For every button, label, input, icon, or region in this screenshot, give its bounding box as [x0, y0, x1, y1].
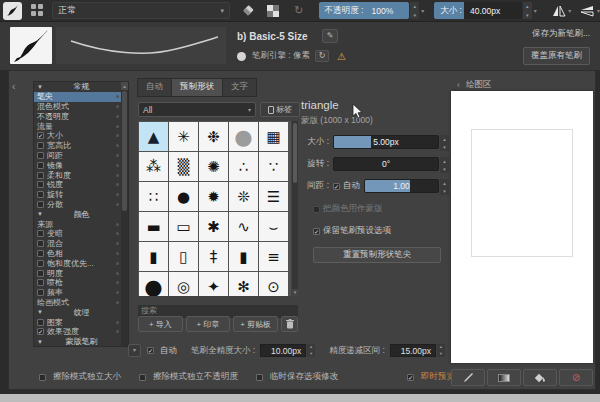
- brush-tip-cell-20[interactable]: ▮: [139, 242, 168, 271]
- brush-tip-cell-11[interactable]: ●: [169, 182, 198, 211]
- option-checkbox[interactable]: [37, 279, 44, 286]
- collapse-panel-button[interactable]: ‹: [12, 81, 15, 92]
- option-checkbox[interactable]: [37, 142, 44, 149]
- brush-tip-cell-22[interactable]: ‡: [199, 242, 228, 271]
- option-checkbox[interactable]: [37, 240, 44, 247]
- reload-preset-button[interactable]: ↻: [291, 3, 307, 19]
- footer-checkbox[interactable]: [139, 374, 146, 381]
- footer-checkbox[interactable]: [256, 374, 263, 381]
- brush-tip-cell-23[interactable]: ▮: [229, 242, 258, 271]
- tip-size-slider[interactable]: 5.00px: [333, 135, 439, 149]
- opacity-options-arrow[interactable]: ▾: [421, 7, 424, 14]
- instant-preview-option[interactable]: 即时预览: [407, 371, 455, 383]
- preserve-alpha-button[interactable]: [266, 3, 282, 19]
- brush-editor-toggle-button[interactable]: [3, 2, 22, 20]
- footer-checkbox[interactable]: [39, 374, 46, 381]
- brush-tip-cell-14[interactable]: ☰: [259, 182, 288, 211]
- brush-tip-cell-24[interactable]: ≡: [259, 242, 288, 271]
- brush-tip-cell-12[interactable]: ✹: [199, 182, 228, 211]
- tab-预制形状[interactable]: 预制形状: [171, 78, 222, 97]
- brush-tip-cell-27[interactable]: ✦: [199, 272, 228, 296]
- footer-option-临时保存选项修改[interactable]: 临时保存选项修改: [256, 371, 338, 383]
- reset-tip-button[interactable]: 重置预制形状笔尖: [313, 247, 441, 263]
- options-scrollbar[interactable]: ▴: [121, 82, 128, 346]
- precision-combo[interactable]: ▾: [128, 344, 141, 357]
- size-slider[interactable]: 大小 : 40.00px: [434, 2, 522, 19]
- grid-scrollbar[interactable]: ▾: [292, 121, 298, 296]
- brush-tip-cell-18[interactable]: ∿: [229, 212, 258, 241]
- brush-tip-cell-9[interactable]: ∵: [259, 152, 288, 181]
- spacing-auto-checkbox[interactable]: [333, 183, 340, 190]
- use-color-mask-checkbox[interactable]: [313, 206, 320, 213]
- blending-mode-dropdown[interactable]: 正常 ▾: [52, 2, 230, 19]
- tag-button[interactable]: 标签: [260, 102, 300, 117]
- fade-value[interactable]: 15.00px: [390, 344, 436, 357]
- brush-tip-cell-19[interactable]: ⌣: [259, 212, 288, 241]
- tip-button-剪贴板[interactable]: + 剪贴板: [233, 316, 278, 332]
- tag-filter-dropdown[interactable]: All ▾: [138, 102, 256, 117]
- option-checkbox[interactable]: [37, 132, 44, 139]
- brush-tip-cell-16[interactable]: ▭: [169, 212, 198, 241]
- brush-tip-cell-15[interactable]: ▬: [139, 212, 168, 241]
- mirror-horizontal-button[interactable]: [551, 3, 567, 19]
- precision-auto-checkbox[interactable]: [147, 347, 154, 354]
- scratchpad-fill-button[interactable]: [523, 369, 557, 386]
- brush-tip-cell-28[interactable]: ✻: [229, 272, 258, 296]
- scrollbar-thumb[interactable]: [122, 91, 127, 211]
- save-new-brush-button[interactable]: 保存为新笔刷...: [532, 28, 590, 40]
- scroll-up-icon[interactable]: ▴: [121, 82, 128, 90]
- eraser-mode-button[interactable]: [240, 3, 256, 19]
- brush-tip-cell-25[interactable]: ●: [139, 272, 168, 296]
- brush-tip-cell-6[interactable]: ▒: [169, 152, 198, 181]
- scratchpad-canvas[interactable]: [451, 91, 593, 363]
- option-section-蒙版笔刷[interactable]: ▼蒙版笔刷: [34, 337, 121, 347]
- option-checkbox[interactable]: [37, 270, 44, 277]
- brush-presets-icon[interactable]: [31, 4, 44, 17]
- brush-tip-cell-4[interactable]: ▦: [259, 122, 288, 151]
- option-checkbox[interactable]: [37, 181, 44, 188]
- brush-tip-cell-7[interactable]: ✺: [199, 152, 228, 181]
- full-size-value[interactable]: 10.00px: [260, 344, 306, 357]
- tip-rotation-field[interactable]: 0°: [333, 157, 439, 171]
- tip-spacing-spinner[interactable]: ▴▾: [440, 179, 449, 193]
- brush-tip-cell-0-selected[interactable]: ▲: [139, 122, 168, 151]
- option-checkbox[interactable]: [37, 191, 44, 198]
- option-checkbox[interactable]: [37, 201, 44, 208]
- tip-spacing-slider[interactable]: 1.00: [364, 179, 439, 193]
- mirror-vertical-button[interactable]: [579, 3, 595, 19]
- delete-tip-button[interactable]: [281, 316, 298, 332]
- brush-tip-cell-13[interactable]: ❊: [229, 182, 258, 211]
- tip-button-导入[interactable]: + 导入: [138, 316, 183, 332]
- tip-button-印章[interactable]: + 印章: [186, 316, 231, 332]
- fade-spinner[interactable]: ▴▾: [437, 344, 445, 357]
- scratchpad-collapse-icon[interactable]: ‹: [457, 80, 460, 90]
- scratchpad-reset-button[interactable]: ⊘: [559, 369, 593, 386]
- brush-tip-cell-5[interactable]: ⁂: [139, 152, 168, 181]
- use-color-mask-option[interactable]: 把颜色用作蒙版: [313, 203, 449, 215]
- grid-scrollbar-thumb[interactable]: [293, 123, 297, 183]
- footer-option-擦除模式独立不透明度[interactable]: 擦除模式独立不透明度: [139, 371, 238, 383]
- tab-文字[interactable]: 文字: [222, 78, 257, 97]
- mirror-horizontal-arrow[interactable]: ▾: [568, 7, 571, 14]
- brush-tip-cell-26[interactable]: ◎: [169, 272, 198, 296]
- brush-tip-cell-17[interactable]: ✱: [199, 212, 228, 241]
- option-checkbox[interactable]: [37, 152, 44, 159]
- brush-tip-cell-10[interactable]: ∷: [139, 182, 168, 211]
- keep-preset-checkbox[interactable]: [313, 228, 320, 235]
- overwrite-brush-button[interactable]: 覆盖原有笔刷: [523, 47, 590, 65]
- reload-engine-button[interactable]: ↻: [315, 50, 329, 62]
- brush-tip-cell-2[interactable]: ❉: [199, 122, 228, 151]
- brush-tip-cell-3[interactable]: ●: [229, 122, 258, 151]
- scroll-down-icon[interactable]: ▾: [292, 289, 298, 296]
- opacity-slider[interactable]: 不透明度 : 100%: [319, 2, 410, 19]
- brush-tip-cell-29[interactable]: ⊙: [259, 272, 288, 296]
- keep-preset-option[interactable]: 保留笔刷预设选项: [313, 225, 449, 237]
- brush-tip-cell-21[interactable]: ▯: [169, 242, 198, 271]
- option-checkbox[interactable]: [37, 328, 44, 335]
- size-options-arrow[interactable]: ▾: [534, 7, 537, 14]
- size-spinner[interactable]: ▴▾: [523, 2, 532, 19]
- rename-preset-button[interactable]: ✎: [322, 29, 338, 43]
- tip-rotation-spinner[interactable]: ▴▾: [440, 157, 449, 171]
- option-checkbox[interactable]: [37, 250, 44, 257]
- option-checkbox[interactable]: [37, 172, 44, 179]
